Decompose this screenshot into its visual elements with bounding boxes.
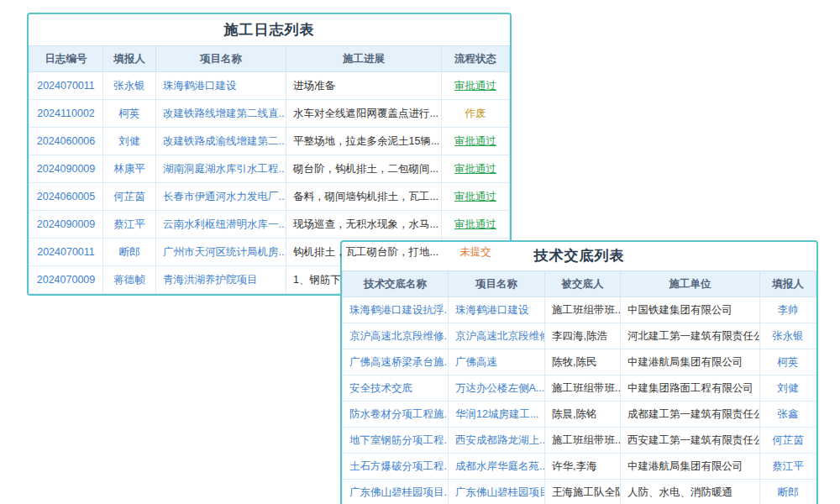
- recipient-text: 李四海,陈浩: [552, 330, 607, 342]
- reporter-link[interactable]: 柯英: [778, 356, 799, 368]
- recipient-text: 施工班组带班...: [552, 382, 621, 394]
- technical-disclosure-table: 技术交底名称 项目名称 被交底人 施工单位 填报人 珠海鹤港口建设抗浮...珠海…: [342, 270, 816, 504]
- construction-unit-text: 河北建工第一建筑有限责任公司: [627, 330, 760, 342]
- project-name-link[interactable]: 改建铁路线增建第二线直...: [163, 108, 286, 119]
- progress-text: 水车对全线遮阳网覆盖点进行...: [293, 108, 438, 119]
- status-link[interactable]: 审批通过: [454, 218, 496, 230]
- project-name-link[interactable]: 京沪高速北京段维修: [455, 330, 545, 342]
- construction-unit-text: 人防、水电、消防暖通: [627, 486, 732, 498]
- project-name-link[interactable]: 改建铁路成渝线增建第二...: [163, 135, 286, 147]
- table-row: 京沪高速北京段维修...京沪高速北京段维修李四海,陈浩河北建工第一建筑有限责任公…: [343, 323, 816, 349]
- log-table-header-row: 日志编号 填报人 项目名称 施工进展 流程状态: [29, 46, 510, 72]
- column-header-flow-status: 流程状态: [442, 46, 510, 72]
- project-name-link[interactable]: 万达办公楼左侧A...: [455, 382, 544, 394]
- project-name-link[interactable]: 青海洪湖养护院项目: [163, 274, 258, 286]
- disclosure-name-link[interactable]: 广东佛山碧桂园项目...: [349, 486, 449, 498]
- project-name-link[interactable]: 西安成都路龙湖上...: [455, 434, 545, 446]
- project-name-link[interactable]: 珠海鹤港口建设: [455, 304, 529, 316]
- recipient-text: 王海施工队全队: [552, 486, 621, 498]
- table-row: 2024070011张永银珠海鹤港口建设进场准备审批通过: [29, 72, 510, 100]
- reporter-link[interactable]: 蔡江平: [772, 460, 804, 472]
- disclosure-name-link[interactable]: 土石方爆破分项工程...: [349, 460, 449, 472]
- column-header-reporter: 填报人: [103, 46, 156, 72]
- table-row: 2024110002柯英改建铁路线增建第二线直...水车对全线遮阳网覆盖点进行.…: [29, 100, 510, 128]
- log-id-link[interactable]: 2024090009: [37, 218, 96, 230]
- recipient-text: 施工班组带班...: [552, 434, 621, 446]
- log-id-link[interactable]: 2024110002: [37, 108, 95, 119]
- table-row: 广佛高速桥梁承台施...广佛高速陈牧,陈民中建港航局集团有限公司柯英: [343, 349, 816, 375]
- column-header-progress: 施工进展: [286, 46, 442, 72]
- column-header-recipient: 被交底人: [545, 271, 621, 297]
- reporter-link[interactable]: 蒋德帧: [113, 274, 145, 286]
- column-header-reporter: 填报人: [760, 271, 816, 297]
- project-name-link[interactable]: 广州市天河区统计局机房...: [163, 246, 286, 258]
- reporter-link[interactable]: 何芷茵: [113, 191, 145, 202]
- project-name-link[interactable]: 广东佛山碧桂园项目: [455, 486, 545, 498]
- status-link[interactable]: 作废: [465, 108, 486, 119]
- status-link[interactable]: 审批通过: [454, 135, 496, 147]
- disclosure-name-link[interactable]: 防水卷材分项工程施...: [349, 408, 449, 420]
- project-name-link[interactable]: 长春市伊通河水力发电厂...: [163, 191, 286, 202]
- table-row: 珠海鹤港口建设抗浮...珠海鹤港口建设施工班组带班...中国铁建集团有限公司李帅: [343, 297, 816, 323]
- reporter-link[interactable]: 断郎: [778, 486, 799, 498]
- reporter-link[interactable]: 何芷茵: [772, 434, 804, 446]
- table-row: 防水卷材分项工程施...华润12城房建工...陈晨,陈铭成都建工第一建筑有限责任…: [343, 402, 816, 428]
- table-row: 安全技术交底万达办公楼左侧A...施工班组带班...中建集团路面工程有限公司刘健: [343, 375, 816, 402]
- reporter-link[interactable]: 柯英: [119, 108, 140, 119]
- reporter-link[interactable]: 张永银: [772, 330, 804, 342]
- project-name-link[interactable]: 珠海鹤港口建设: [163, 80, 237, 92]
- log-id-link[interactable]: 2024070009: [37, 274, 96, 286]
- construction-unit-text: 中国铁建集团有限公司: [627, 304, 732, 316]
- disclosure-name-link[interactable]: 安全技术交底: [349, 382, 412, 394]
- table-row: 土石方爆破分项工程...成都水岸华庭名苑...许华,李海中建港航局集团有限公司蔡…: [343, 454, 816, 480]
- reporter-link[interactable]: 刘健: [119, 135, 140, 147]
- recipient-text: 施工班组带班...: [552, 304, 621, 316]
- log-id-link[interactable]: 2024070011: [37, 246, 95, 258]
- recipient-text: 陈牧,陈民: [552, 356, 596, 368]
- reporter-link[interactable]: 蔡江平: [113, 218, 145, 230]
- column-header-construction-unit: 施工单位: [621, 271, 760, 297]
- reporter-link[interactable]: 断郎: [119, 246, 140, 258]
- disclosure-name-link[interactable]: 地下室钢筋分项工程...: [349, 434, 449, 446]
- disclosure-table-header-row: 技术交底名称 项目名称 被交底人 施工单位 填报人: [343, 271, 816, 297]
- project-name-link[interactable]: 湖南洞庭湖水库引水工程...: [163, 163, 286, 175]
- project-name-link[interactable]: 成都水岸华庭名苑...: [455, 460, 545, 472]
- column-header-project-name: 项目名称: [156, 46, 286, 72]
- construction-unit-text: 中建港航局集团有限公司: [627, 356, 743, 368]
- column-header-project-name: 项目名称: [449, 271, 545, 297]
- column-header-disclosure-name: 技术交底名称: [343, 271, 449, 297]
- progress-text: 进场准备: [293, 80, 335, 92]
- reporter-link[interactable]: 林康平: [113, 163, 145, 175]
- log-id-link[interactable]: 2024060005: [37, 191, 96, 202]
- technical-disclosure-panel: 技术交底列表 技术交底名称 项目名称 被交底人 施工单位 填报人 珠海鹤港口建设…: [340, 240, 818, 504]
- status-link[interactable]: 审批通过: [454, 191, 496, 202]
- column-header-log-id: 日志编号: [29, 46, 103, 72]
- reporter-link[interactable]: 张鑫: [778, 408, 799, 420]
- project-name-link[interactable]: 云南水利枢纽潜明水库一...: [163, 218, 286, 230]
- reporter-link[interactable]: 张永银: [113, 80, 145, 92]
- reporter-link[interactable]: 刘健: [778, 382, 799, 394]
- log-id-link[interactable]: 2024090009: [37, 163, 96, 175]
- disclosure-name-link[interactable]: 广佛高速桥梁承台施...: [349, 356, 449, 368]
- disclosure-table-body: 珠海鹤港口建设抗浮...珠海鹤港口建设施工班组带班...中国铁建集团有限公司李帅…: [343, 297, 816, 504]
- log-id-link[interactable]: 2024070011: [37, 80, 95, 92]
- construction-unit-text: 西安建工第一建筑有限责任公司: [627, 434, 760, 446]
- construction-unit-text: 中建集团路面工程有限公司: [627, 382, 753, 394]
- reporter-link[interactable]: 李帅: [778, 304, 799, 316]
- progress-text: 现场巡查，无积水现象，水马...: [293, 218, 438, 230]
- disclosure-name-link[interactable]: 珠海鹤港口建设抗浮...: [349, 304, 449, 316]
- table-row: 2024060006刘健改建铁路成渝线增建第二...平整场地，拉走多余泥土15辆…: [29, 128, 510, 155]
- log-id-link[interactable]: 2024060006: [37, 135, 96, 147]
- status-link[interactable]: 审批通过: [454, 80, 496, 92]
- disclosure-name-link[interactable]: 京沪高速北京段维修...: [349, 330, 449, 342]
- project-name-link[interactable]: 华润12城房建工...: [455, 408, 538, 420]
- progress-text: 砌台阶，钩机排土，二包砌间...: [293, 163, 438, 175]
- project-name-link[interactable]: 广佛高速: [455, 356, 497, 368]
- progress-text: 平整场地，拉走多余泥土15辆...: [293, 135, 439, 147]
- table-row: 2024060005何芷茵长春市伊通河水力发电厂...备料，砌间墙钩机排土，瓦工…: [29, 183, 510, 211]
- recipient-text: 许华,李海: [552, 460, 596, 472]
- construction-unit-text: 成都建工第一建筑有限责任公司: [627, 408, 760, 420]
- table-row: 广东佛山碧桂园项目...广东佛山碧桂园项目王海施工队全队人防、水电、消防暖通断郎: [343, 480, 816, 504]
- status-link[interactable]: 审批通过: [454, 163, 496, 175]
- status-link[interactable]: 未提交: [459, 246, 491, 258]
